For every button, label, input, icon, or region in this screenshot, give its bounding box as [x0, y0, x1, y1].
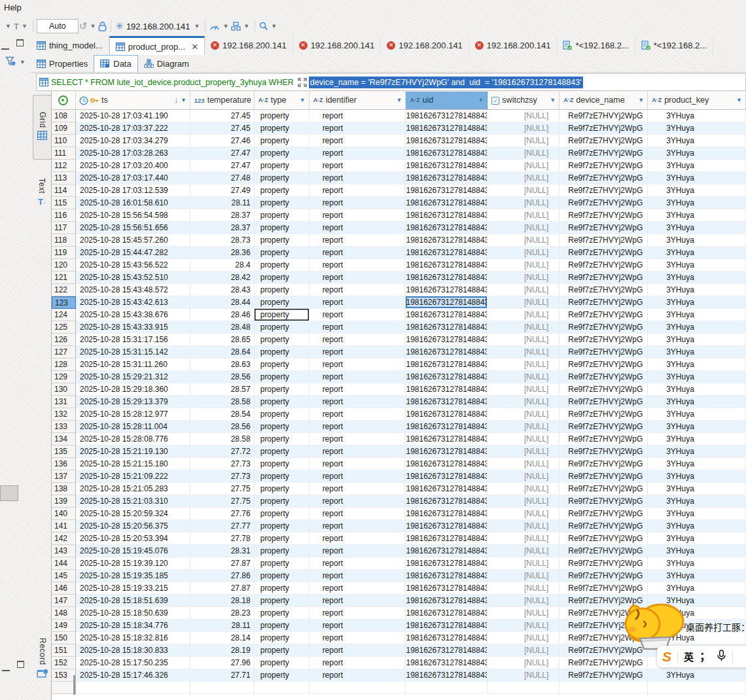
cell-device_name[interactable]: Re9f7zE7HVYj2WpG — [560, 247, 648, 258]
cell-temperature[interactable]: 28.36 — [190, 247, 255, 258]
cell-type[interactable]: property — [255, 209, 310, 221]
cell-identifier[interactable]: report — [310, 296, 406, 308]
cell-device_name[interactable]: Re9f7zE7HVYj2WpG — [560, 545, 648, 557]
cell-switchzsy[interactable]: [NULL] — [488, 135, 560, 147]
cell-uid[interactable]: 1981626731278148843 — [406, 545, 488, 557]
column-menu-caret-icon[interactable]: ▼ — [736, 92, 742, 109]
cell-identifier[interactable]: report — [310, 371, 406, 383]
cell-uid[interactable]: 1981626731278148843 — [406, 147, 488, 159]
cell-temperature[interactable]: 27.86 — [190, 570, 255, 582]
cell-identifier[interactable]: report — [310, 632, 406, 644]
cell-switchzsy[interactable]: [NULL] — [488, 495, 560, 507]
row-number-cell[interactable]: 146 — [52, 582, 76, 595]
cell-product_key[interactable]: 3YHuya — [648, 446, 746, 457]
cell-ts[interactable]: 2025-10-28 15:20:56.375 — [76, 520, 190, 532]
cell-uid[interactable]: 1981626731278148843 — [406, 259, 488, 271]
filter-query-text[interactable]: SELECT * FROM lute_iot_device.product_pr… — [51, 78, 294, 87]
cell-product_key[interactable]: 3YHuya — [648, 570, 746, 582]
cell-uid[interactable]: 1981626731278148843 — [406, 172, 488, 184]
gauge-caret-icon[interactable]: ▼ — [221, 19, 230, 33]
cell-type[interactable]: property — [255, 533, 310, 544]
cell-uid[interactable]: 1981626731278148843 — [406, 607, 488, 619]
row-number-cell[interactable]: 114 — [52, 184, 76, 197]
cell-uid[interactable]: 1981626731278148843 — [406, 271, 488, 283]
cell-temperature[interactable]: 27.46 — [190, 135, 255, 147]
cell-product_key[interactable]: 3YHuya — [648, 433, 746, 445]
row-number-cell[interactable]: 142 — [52, 533, 76, 545]
cell-uid[interactable]: 1981626731278148843 — [406, 383, 488, 395]
row-number-cell[interactable]: 115 — [52, 197, 76, 209]
cell-type[interactable]: property — [255, 197, 310, 209]
cell-product_key[interactable]: 3YHuya — [648, 284, 746, 296]
cell-switchzsy[interactable]: [NULL] — [488, 383, 560, 395]
cell-uid[interactable]: 1981626731278148843 — [406, 396, 488, 408]
cell-temperature[interactable]: 28.4 — [190, 259, 255, 271]
table-row[interactable]: 1222025-10-28 15:43:48.57228.43propertyr… — [52, 284, 746, 296]
cell-device_name[interactable]: Re9f7zE7HVYj2WpG — [560, 533, 648, 544]
row-number-cell[interactable]: 124 — [52, 309, 76, 321]
cell-temperature[interactable]: 27.45 — [190, 110, 255, 122]
cell-type[interactable]: property — [255, 184, 310, 196]
column-header-temperature[interactable]: 123temperature▼ — [190, 92, 255, 110]
cell-switchzsy[interactable]: [NULL] — [488, 458, 560, 470]
row-number-cell[interactable]: 140 — [52, 508, 76, 520]
cell-switchzsy[interactable]: [NULL] — [488, 408, 560, 420]
active-connection[interactable]: 192.168.200.141 — [126, 22, 190, 31]
cell-type[interactable]: property — [255, 595, 310, 606]
cell-temperature[interactable]: 27.49 — [190, 184, 255, 196]
table-row[interactable]: 1242025-10-28 15:43:38.67628.46propertyr… — [52, 309, 746, 321]
editor-tab-product-prop[interactable]: product_prop...✕ — [109, 36, 205, 55]
cell-type[interactable]: property — [255, 545, 310, 557]
cell-product_key[interactable]: 3YHuya — [648, 582, 746, 594]
table-row[interactable]: 1392025-10-28 15:21:03.31027.75propertyr… — [52, 495, 746, 508]
table-row[interactable]: 1422025-10-28 15:20:53.39427.78propertyr… — [52, 533, 746, 545]
cell-temperature[interactable]: 27.78 — [190, 533, 255, 544]
cell-product_key[interactable]: 3YHuya — [648, 508, 746, 519]
cell-product_key[interactable]: 3YHuya — [648, 396, 746, 408]
cell-type[interactable]: property — [255, 321, 310, 333]
editor-tab-conn-error-4[interactable]: ✕192.168.200.141 — [469, 36, 558, 55]
cell-type[interactable]: property — [255, 669, 310, 681]
cell-temperature[interactable]: 27.72 — [190, 446, 255, 457]
cell-ts[interactable]: 2025-10-28 15:43:52.510 — [76, 271, 190, 283]
cell-switchzsy[interactable]: [NULL] — [488, 433, 560, 445]
table-row[interactable]: 1332025-10-28 15:28:11.00428.56propertyr… — [52, 421, 746, 433]
cell-device_name[interactable]: Re9f7zE7HVYj2WpG — [560, 470, 648, 482]
cell-type[interactable]: property — [255, 421, 310, 432]
cell-product_key[interactable]: 3YHuya — [648, 222, 746, 234]
cell-temperature[interactable]: 28.11 — [190, 620, 255, 631]
cell-temperature[interactable]: 27.73 — [190, 458, 255, 470]
cell-device_name[interactable]: Re9f7zE7HVYj2WpG — [560, 570, 648, 582]
cell-identifier[interactable]: report — [310, 110, 406, 122]
cell-type[interactable]: property — [255, 284, 310, 296]
row-number-cell[interactable]: 153 — [52, 669, 76, 682]
cell-uid[interactable]: 1981626731278148843 — [406, 334, 488, 345]
cell-switchzsy[interactable]: [NULL] — [488, 271, 560, 283]
cell-product_key[interactable]: 3YHuya — [648, 197, 746, 209]
table-row[interactable]: 1442025-10-28 15:19:39.12027.87propertyr… — [52, 557, 746, 570]
cell-temperature[interactable]: 28.19 — [190, 644, 255, 656]
cell-product_key[interactable]: 3YHuya — [648, 321, 746, 333]
table-row[interactable]: 1112025-10-28 17:03:28.26327.47propertyr… — [52, 147, 746, 160]
cell-device_name[interactable]: Re9f7zE7HVYj2WpG — [560, 296, 648, 308]
filter-funnel-icon[interactable] — [5, 56, 16, 69]
view-tab-properties[interactable]: Properties — [31, 55, 94, 72]
table-row[interactable]: 1172025-10-28 15:56:51.65628.37propertyr… — [52, 222, 746, 234]
cell-switchzsy[interactable]: [NULL] — [488, 446, 560, 457]
cell-ts[interactable]: 2025-10-28 15:21:09.222 — [76, 470, 190, 482]
cell-product_key[interactable]: 3YHuya — [648, 184, 746, 196]
cell-device_name[interactable]: Re9f7zE7HVYj2WpG — [560, 520, 648, 532]
cell-ts[interactable]: 2025-10-28 15:19:45.076 — [76, 545, 190, 557]
column-header-switchzsy[interactable]: ✓switchzsy▼ — [488, 92, 560, 110]
cell-uid[interactable]: 1981626731278148843 — [406, 570, 488, 582]
minimize-view-icon[interactable] — [1, 39, 9, 51]
cell-type[interactable]: property — [255, 470, 310, 482]
cell-device_name[interactable]: Re9f7zE7HVYj2WpG — [560, 458, 648, 470]
table-row[interactable]: 1182025-10-28 15:45:57.26028.73propertyr… — [52, 234, 746, 247]
cell-identifier[interactable]: report — [310, 533, 406, 544]
column-header-uid[interactable]: A·Zuid▼ — [406, 92, 488, 110]
table-row[interactable]: 1302025-10-28 15:29:18.36028.57propertyr… — [52, 383, 746, 396]
cell-temperature[interactable]: 27.48 — [190, 172, 255, 184]
cell-device_name[interactable]: Re9f7zE7HVYj2WpG — [560, 147, 648, 159]
cell-temperature[interactable]: 28.42 — [190, 271, 255, 283]
